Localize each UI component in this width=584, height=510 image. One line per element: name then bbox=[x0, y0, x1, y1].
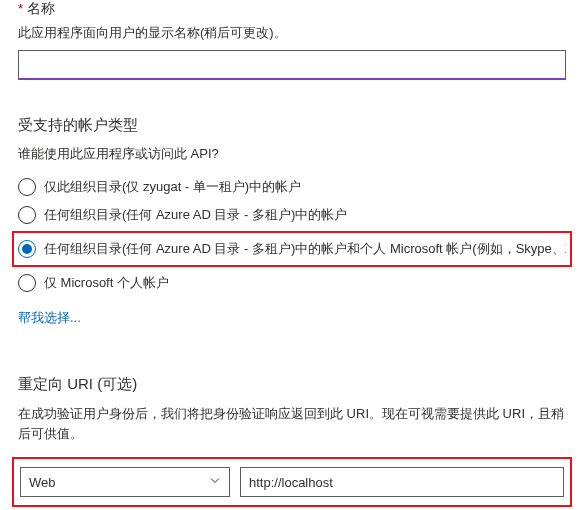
name-section: *名称 此应用程序面向用户的显示名称(稍后可更改)。 bbox=[18, 0, 566, 80]
redirect-uri-title: 重定向 URI (可选) bbox=[18, 375, 566, 394]
account-types-hint: 谁能使用此应用程序或访问此 API? bbox=[18, 145, 566, 163]
platform-select-value: Web bbox=[29, 475, 56, 490]
radio-label: 仅 Microsoft 个人帐户 bbox=[44, 274, 169, 292]
radio-label: 任何组织目录(任何 Azure AD 目录 - 多租户)中的帐户和个人 Micr… bbox=[44, 240, 566, 258]
radio-option-personal-only[interactable]: 仅 Microsoft 个人帐户 bbox=[18, 269, 566, 297]
chevron-down-icon bbox=[209, 475, 221, 490]
platform-select[interactable]: Web bbox=[20, 467, 230, 497]
redirect-uri-row: Web bbox=[12, 457, 572, 507]
radio-label: 任何组织目录(任何 Azure AD 目录 - 多租户)中的帐户 bbox=[44, 206, 347, 224]
highlighted-option-box: 任何组织目录(任何 Azure AD 目录 - 多租户)中的帐户和个人 Micr… bbox=[12, 231, 572, 267]
redirect-uri-input[interactable] bbox=[240, 467, 564, 497]
name-label: 名称 bbox=[27, 0, 55, 16]
account-types-title: 受支持的帐户类型 bbox=[18, 116, 566, 135]
radio-option-single-tenant[interactable]: 仅此组织目录(仅 zyugat - 单一租户)中的帐户 bbox=[18, 173, 566, 201]
radio-icon bbox=[18, 178, 36, 196]
radio-option-multi-tenant[interactable]: 任何组织目录(任何 Azure AD 目录 - 多租户)中的帐户 bbox=[18, 201, 566, 229]
account-types-section: 受支持的帐户类型 谁能使用此应用程序或访问此 API? 仅此组织目录(仅 zyu… bbox=[18, 116, 566, 327]
redirect-uri-section: 重定向 URI (可选) 在成功验证用户身份后，我们将把身份验证响应返回到此 U… bbox=[18, 375, 566, 507]
name-label-row: *名称 bbox=[18, 0, 566, 18]
name-hint: 此应用程序面向用户的显示名称(稍后可更改)。 bbox=[18, 24, 566, 42]
radio-option-multi-tenant-personal[interactable]: 任何组织目录(任何 Azure AD 目录 - 多租户)中的帐户和个人 Micr… bbox=[18, 235, 566, 263]
radio-icon bbox=[18, 274, 36, 292]
radio-label: 仅此组织目录(仅 zyugat - 单一租户)中的帐户 bbox=[44, 178, 301, 196]
redirect-uri-hint: 在成功验证用户身份后，我们将把身份验证响应返回到此 URI。现在可视需要提供此 … bbox=[18, 404, 566, 443]
account-types-radio-group: 仅此组织目录(仅 zyugat - 单一租户)中的帐户 任何组织目录(任何 Az… bbox=[18, 173, 566, 297]
help-choose-link[interactable]: 帮我选择... bbox=[18, 309, 81, 327]
required-indicator: * bbox=[18, 1, 23, 16]
radio-icon bbox=[18, 206, 36, 224]
name-input[interactable] bbox=[18, 50, 566, 80]
radio-icon bbox=[18, 240, 36, 258]
